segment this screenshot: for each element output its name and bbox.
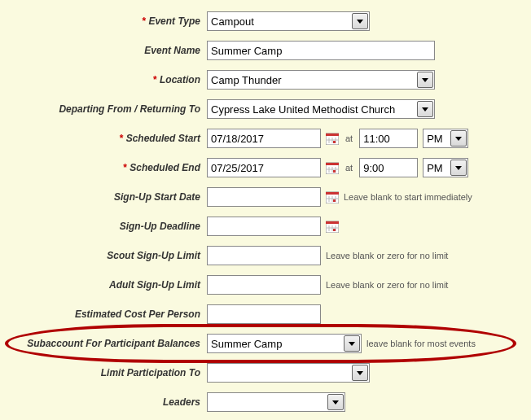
label-signup-deadline: Sign-Up Deadline — [3, 221, 207, 232]
svg-rect-1 — [326, 133, 339, 136]
signup-deadline-input[interactable] — [207, 217, 321, 236]
label-adult-limit: Adult Sign-Up Limit — [3, 279, 207, 291]
svg-rect-6 — [333, 141, 336, 143]
signup-start-input[interactable] — [207, 187, 321, 207]
event-name-input[interactable] — [207, 41, 435, 60]
subaccount-select[interactable]: Summer Camp — [207, 334, 362, 353]
svg-rect-13 — [333, 170, 336, 173]
location-select[interactable]: Camp Thunder — [207, 70, 435, 90]
at-label: at — [344, 163, 354, 173]
calendar-icon[interactable] — [326, 161, 339, 174]
hint-subaccount: leave blank for most events — [366, 339, 476, 348]
label-signup-start: Sign-Up Start Date — [3, 191, 207, 203]
calendar-icon[interactable] — [326, 132, 339, 145]
svg-rect-27 — [333, 229, 336, 231]
label-est-cost: Estimated Cost Per Person — [3, 308, 207, 320]
label-departing: Departing From / Returning To — [3, 103, 207, 115]
adult-limit-input[interactable] — [207, 275, 321, 295]
at-label: at — [344, 133, 354, 143]
departing-select[interactable]: Cypress Lake United Methodist Church — [207, 99, 435, 119]
label-scout-limit: Scout Sign-Up Limit — [3, 250, 207, 261]
label-location: * Location — [3, 74, 207, 85]
sched-end-ampm-select[interactable]: PM — [423, 158, 468, 177]
hint-signup-start: Leave blank to start immediately — [344, 192, 472, 202]
sched-start-ampm-select[interactable]: PM — [423, 129, 468, 148]
sched-start-time-input[interactable] — [359, 129, 418, 148]
label-sched-end: * Scheduled End — [3, 162, 207, 173]
svg-rect-8 — [326, 163, 339, 165]
hint-scout-limit: Leave blank or zero for no limit — [326, 251, 448, 260]
sched-end-date-input[interactable] — [207, 158, 321, 177]
scout-limit-input[interactable] — [207, 246, 321, 265]
svg-rect-20 — [333, 199, 336, 202]
sched-start-date-input[interactable] — [207, 129, 321, 148]
svg-rect-22 — [326, 221, 339, 224]
label-limit-to: Limit Participation To — [3, 367, 207, 378]
leaders-select-1[interactable] — [207, 392, 345, 412]
label-sched-start: * Scheduled Start — [3, 133, 207, 144]
limit-to-select[interactable] — [207, 363, 370, 383]
svg-rect-15 — [326, 192, 339, 195]
event-type-select[interactable]: Campout — [207, 11, 370, 31]
sched-end-time-input[interactable] — [359, 158, 418, 177]
est-cost-input[interactable] — [207, 304, 321, 324]
label-subaccount: Subaccount For Participant Balances — [3, 338, 207, 349]
hint-adult-limit: Leave blank or zero for no limit — [326, 280, 448, 290]
calendar-icon[interactable] — [326, 190, 339, 203]
label-leaders: Leaders — [3, 396, 207, 408]
label-event-name: Event Name — [3, 45, 207, 56]
calendar-icon[interactable] — [326, 220, 339, 233]
label-event-type: * Event Type — [3, 15, 207, 27]
